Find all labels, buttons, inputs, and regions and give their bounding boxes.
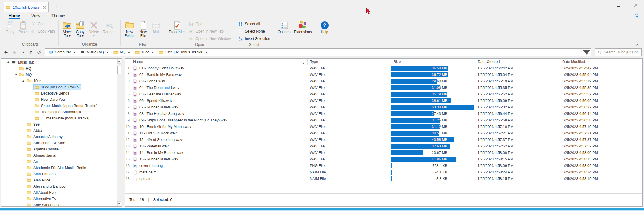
tree-item-10cc[interactable]: 10cc bbox=[1, 78, 117, 84]
tree-item-akademie-f-r-alte-musik-berlin[interactable]: Akademie Für Alte Musik, Berlin bbox=[1, 165, 117, 171]
tree-item-10cc-uk-bonus-tracks[interactable]: 10cc [uk Bonus Tracks] bbox=[1, 84, 117, 90]
tree-item-afro-cuban-all-stars[interactable]: Afro-cuban All Stars bbox=[1, 140, 117, 146]
chevron-down-icon[interactable] bbox=[151, 52, 154, 53]
column-header-date-created[interactable]: Date Created bbox=[475, 59, 560, 65]
column-header-type[interactable]: Type bbox=[307, 59, 391, 65]
options-button[interactable]: Options bbox=[276, 20, 292, 38]
breadcrumb-item-10cc-uk-bonus-tracks[interactable]: 10cc [uk Bonus Tracks] bbox=[156, 49, 210, 56]
tree-item-alan-price[interactable]: Alan Price bbox=[1, 177, 117, 183]
folder-icon bbox=[34, 85, 39, 89]
file-row-10-fresh-air-for-my-mama-wav[interactable]: 1010 - Fresh Air for My Mama.wavWAV File… bbox=[125, 124, 642, 130]
select-all-button[interactable]: Select All bbox=[237, 20, 271, 27]
tree-item-ahmad-jamal[interactable]: Ahmad Jamal bbox=[1, 152, 117, 158]
file-row-09-ships-don-t-disappear-in-the-night-do-they-wav[interactable]: 909 - Ships Don't Disappear in the Night… bbox=[125, 117, 642, 124]
file-row-07-rubber-bullets-wav[interactable]: 707 - Rubber Bullets.wavWAV File53.34 MB… bbox=[125, 104, 642, 111]
file-row-meta-naim[interactable]: 17meta.naimNAIM File24.1 KB24.1 KB1/25/2… bbox=[125, 169, 642, 176]
breadcrumb-item-music-m[interactable]: Music (M:) bbox=[78, 49, 111, 56]
move-to-button[interactable]: MoveTo ▾ bbox=[61, 20, 74, 38]
collapse-ribbon-icon[interactable] bbox=[635, 42, 639, 45]
tree-item-sheet-music-japan-bonus-tracks[interactable]: Sheet Music [japan Bonus Tracks] bbox=[1, 103, 117, 109]
tree-item-alternative-tv[interactable]: Alternative Tv bbox=[1, 196, 117, 202]
file-list-header: NameTypeSizeDate CreatedDate Modified bbox=[125, 59, 642, 65]
tree-item-alan-parsons[interactable]: Alan Parsons bbox=[1, 171, 117, 177]
tree-item-music-m[interactable]: Music (M:) bbox=[1, 59, 117, 65]
file-row-13-waterfall-wav[interactable]: 1313 - Waterfall.wavWAV File37.63 MB37.6… bbox=[125, 143, 642, 150]
column-header-name[interactable]: Name bbox=[131, 59, 307, 65]
close-button[interactable] bbox=[631, 2, 641, 8]
tree-item-deceptive-bends[interactable]: Deceptive Bends bbox=[1, 90, 117, 96]
file-row-02-sand-in-my-face-wav[interactable]: 202 - Sand in My Face.wavWAV File36.72 M… bbox=[125, 72, 642, 78]
chevron-down-icon[interactable] bbox=[206, 52, 208, 53]
ribbon-tab-themes[interactable]: Themes bbox=[51, 13, 66, 19]
new-tab-button[interactable]: + bbox=[52, 3, 61, 12]
up-button[interactable] bbox=[27, 49, 35, 56]
extensions-button[interactable]: Extensions bbox=[292, 20, 313, 38]
tree-item-mq[interactable]: MQ bbox=[1, 72, 117, 78]
maximize-button[interactable] bbox=[614, 2, 624, 8]
scrollbar-thumb[interactable] bbox=[117, 66, 121, 74]
tab-10cc-uk-bonus-tracks[interactable]: 10cc [uk Bonus Tr bbox=[4, 2, 49, 12]
expander-expanded-icon[interactable] bbox=[6, 61, 10, 64]
chevron-down-icon[interactable] bbox=[128, 52, 130, 53]
history-dropdown-icon[interactable] bbox=[19, 49, 26, 56]
tree-scrollbar[interactable] bbox=[117, 59, 122, 206]
new-file-button[interactable]: NewFile bbox=[137, 20, 149, 38]
expander-expanded-icon[interactable] bbox=[13, 73, 18, 76]
refresh-view-icon[interactable] bbox=[634, 13, 638, 18]
file-row-coverfront-png[interactable]: 16coverfront.pngPNG File728.4 KB728.4 KB… bbox=[125, 163, 642, 169]
search-input[interactable] bbox=[603, 50, 639, 55]
file-row-05-headline-hustler-wav[interactable]: 505 - Headline Hustler.wavWAV File35.79 … bbox=[125, 91, 642, 98]
breadcrumb-item-10cc[interactable]: 10cc bbox=[133, 49, 156, 56]
help-button[interactable]: ?Help bbox=[318, 20, 331, 38]
breadcrumb[interactable]: ComputerMusic (M:)MQ10cc10cc [uk Bonus T… bbox=[45, 48, 591, 56]
file-row-04-the-dean-and-i-wav[interactable]: 404 - The Dean and I.wavWAV File31.08 MB… bbox=[125, 85, 642, 91]
refresh-button[interactable] bbox=[35, 49, 43, 56]
file-row-06-speed-kills-wav[interactable]: 606 - Speed Kills.wavWAV File38.61 MB38.… bbox=[125, 98, 642, 104]
tree-item-amy-winehouse[interactable]: Amy Winehouse bbox=[1, 202, 117, 206]
tree-item-how-dare-you[interactable]: How Dare You bbox=[1, 96, 117, 103]
address-dropdown-icon[interactable] bbox=[583, 50, 590, 55]
copy-to-button[interactable]: CopyTo ▾ bbox=[74, 20, 87, 38]
breadcrumb-item-computer[interactable]: Computer bbox=[46, 49, 78, 56]
chevron-down-icon[interactable] bbox=[106, 52, 109, 53]
tab-close-icon[interactable] bbox=[43, 5, 46, 9]
scroll-up-icon[interactable] bbox=[117, 59, 121, 64]
chevron-down-icon[interactable] bbox=[73, 52, 76, 53]
tree-item-the-original-soundtrack[interactable]: The Original Soundtrack bbox=[1, 109, 117, 115]
file-row-15-rubber-bullets-wav[interactable]: 1515 - Rubber Bullets.wavWAV File41.86 M… bbox=[125, 156, 642, 163]
ribbon-tab-view[interactable]: View bbox=[31, 13, 40, 19]
tree-item-meanwhile-bonus-tracks[interactable]: _...meanwhile [bonus Tracks] bbox=[1, 115, 117, 121]
file-date-modified: 1/25/2023 4:57:52 PM bbox=[560, 144, 642, 148]
file-date-modified: 1/25/2023 4:58:15 PM bbox=[560, 177, 642, 181]
file-row-11-hot-sun-rock-wav[interactable]: 1111 - Hot Sun Rock.wavWAV File30.51 MB3… bbox=[125, 130, 642, 137]
tree-item-abba[interactable]: Abba bbox=[1, 127, 117, 134]
new-folder-button[interactable]: NewFolder bbox=[123, 20, 136, 38]
tree-item-999[interactable]: 999 bbox=[1, 121, 117, 127]
breadcrumb-item-mq[interactable]: MQ bbox=[111, 49, 133, 56]
column-header-number[interactable] bbox=[125, 59, 131, 65]
file-row-08-the-hospital-song-wav[interactable]: 808 - The Hospital Song.wavWAV File27.43… bbox=[125, 111, 642, 117]
properties-button[interactable]: Properties bbox=[167, 20, 187, 38]
minimize-button[interactable] bbox=[596, 2, 606, 8]
tree-item-agatha-christie[interactable]: Agatha Christie bbox=[1, 146, 117, 152]
column-header-size[interactable]: Size bbox=[391, 59, 475, 65]
ribbon-tab-home[interactable]: Home bbox=[9, 13, 20, 19]
expander-expanded-icon[interactable] bbox=[21, 79, 26, 82]
tree-item-acoustic-alchemy[interactable]: Acoustic Alchemy bbox=[1, 134, 117, 140]
file-row-01-johnny-don-t-do-it-wav[interactable]: 101 - Johnny Don't Do It.wavWAV File36.5… bbox=[125, 65, 642, 72]
column-header-date-modified[interactable]: Date Modified bbox=[560, 59, 642, 65]
back-button[interactable] bbox=[2, 49, 10, 56]
panel-splitter[interactable] bbox=[122, 58, 125, 207]
invert-selection-button[interactable]: Invert Selection bbox=[237, 35, 271, 42]
tree-item-all-about-eve[interactable]: All About Eve bbox=[1, 189, 117, 196]
file-row-14-bee-in-my-bonnet-wav[interactable]: 1414 - Bee in My Bonnet.wavWAV File20.67… bbox=[125, 150, 642, 156]
file-row-rip-naim[interactable]: 18rip.naimNAIM File3.8 KB3.8 KB1/25/2023… bbox=[125, 176, 642, 182]
select-none-button[interactable]: Select None bbox=[237, 28, 271, 35]
scroll-down-icon[interactable] bbox=[117, 201, 121, 206]
tree-item-air[interactable]: Air bbox=[1, 158, 117, 165]
tree-item-hq[interactable]: HQ bbox=[1, 65, 117, 72]
file-row-03-donna-wav[interactable]: 303 - Donna.wavWAV File29.60 MB29.60 MB1… bbox=[125, 78, 642, 85]
png-file-icon bbox=[133, 164, 137, 168]
file-row-12-4-of-something-wav[interactable]: 1212 - 4% of Something.wavWAV File40.58 … bbox=[125, 137, 642, 143]
tree-item-alessandro-baricco[interactable]: Alessandro Baricco bbox=[1, 183, 117, 189]
